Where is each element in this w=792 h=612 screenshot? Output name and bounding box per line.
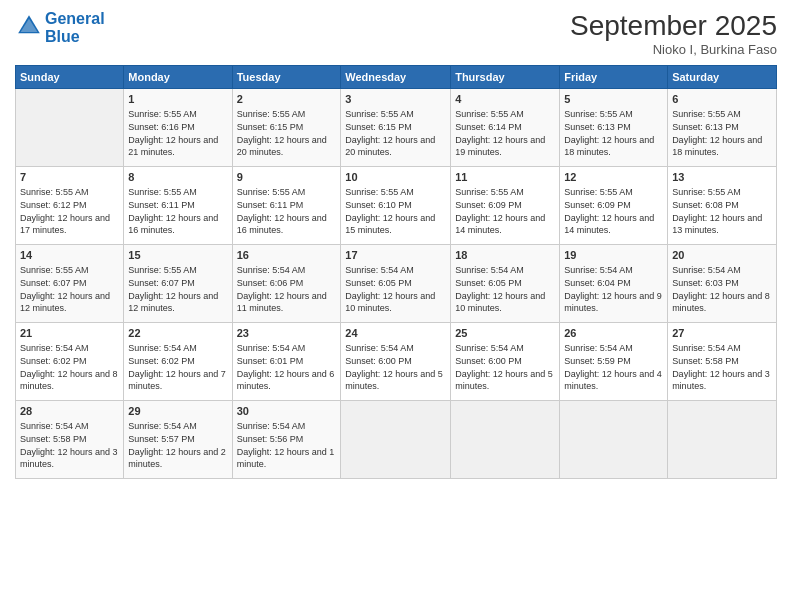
cell-3-5: 26Sunrise: 5:54 AMSunset: 5:59 PMDayligh… (560, 323, 668, 401)
sunset: Sunset: 6:05 PM (455, 278, 522, 288)
cell-4-4 (451, 401, 560, 479)
week-row-0: 1Sunrise: 5:55 AMSunset: 6:16 PMDaylight… (16, 89, 777, 167)
cell-0-1: 1Sunrise: 5:55 AMSunset: 6:16 PMDaylight… (124, 89, 232, 167)
sunset: Sunset: 6:10 PM (345, 200, 412, 210)
day-number: 17 (345, 248, 446, 263)
cell-3-6: 27Sunrise: 5:54 AMSunset: 5:58 PMDayligh… (668, 323, 777, 401)
logo: General Blue (15, 10, 105, 45)
daylight: Daylight: 12 hours and 7 minutes. (128, 369, 226, 392)
daylight: Daylight: 12 hours and 14 minutes. (455, 213, 545, 236)
daylight: Daylight: 12 hours and 9 minutes. (564, 291, 662, 314)
sunrise: Sunrise: 5:54 AM (237, 265, 306, 275)
cell-0-3: 3Sunrise: 5:55 AMSunset: 6:15 PMDaylight… (341, 89, 451, 167)
day-number: 14 (20, 248, 119, 263)
day-number: 8 (128, 170, 227, 185)
cell-3-3: 24Sunrise: 5:54 AMSunset: 6:00 PMDayligh… (341, 323, 451, 401)
cell-4-5 (560, 401, 668, 479)
daylight: Daylight: 12 hours and 20 minutes. (237, 135, 327, 158)
sunrise: Sunrise: 5:55 AM (128, 265, 197, 275)
day-number: 29 (128, 404, 227, 419)
sunrise: Sunrise: 5:55 AM (20, 265, 89, 275)
daylight: Daylight: 12 hours and 6 minutes. (237, 369, 335, 392)
daylight: Daylight: 12 hours and 3 minutes. (20, 447, 118, 470)
sunrise: Sunrise: 5:55 AM (564, 109, 633, 119)
sunset: Sunset: 6:09 PM (455, 200, 522, 210)
sunrise: Sunrise: 5:54 AM (128, 343, 197, 353)
daylight: Daylight: 12 hours and 21 minutes. (128, 135, 218, 158)
daylight: Daylight: 12 hours and 4 minutes. (564, 369, 662, 392)
daylight: Daylight: 12 hours and 12 minutes. (128, 291, 218, 314)
daylight: Daylight: 12 hours and 10 minutes. (345, 291, 435, 314)
day-number: 28 (20, 404, 119, 419)
cell-4-1: 29Sunrise: 5:54 AMSunset: 5:57 PMDayligh… (124, 401, 232, 479)
sunset: Sunset: 6:01 PM (237, 356, 304, 366)
sunrise: Sunrise: 5:55 AM (672, 109, 741, 119)
daylight: Daylight: 12 hours and 15 minutes. (345, 213, 435, 236)
cell-1-3: 10Sunrise: 5:55 AMSunset: 6:10 PMDayligh… (341, 167, 451, 245)
sunset: Sunset: 6:12 PM (20, 200, 87, 210)
cell-4-2: 30Sunrise: 5:54 AMSunset: 5:56 PMDayligh… (232, 401, 341, 479)
day-number: 24 (345, 326, 446, 341)
sunrise: Sunrise: 5:55 AM (672, 187, 741, 197)
sunset: Sunset: 6:07 PM (20, 278, 87, 288)
sunrise: Sunrise: 5:55 AM (455, 187, 524, 197)
sunrise: Sunrise: 5:54 AM (345, 265, 414, 275)
sunset: Sunset: 6:14 PM (455, 122, 522, 132)
sunrise: Sunrise: 5:55 AM (455, 109, 524, 119)
cell-2-5: 19Sunrise: 5:54 AMSunset: 6:04 PMDayligh… (560, 245, 668, 323)
sunset: Sunset: 6:11 PM (237, 200, 304, 210)
day-number: 30 (237, 404, 337, 419)
sunrise: Sunrise: 5:54 AM (128, 421, 197, 431)
sunset: Sunset: 6:00 PM (455, 356, 522, 366)
sunrise: Sunrise: 5:54 AM (564, 343, 633, 353)
sunset: Sunset: 5:57 PM (128, 434, 195, 444)
cell-0-6: 6Sunrise: 5:55 AMSunset: 6:13 PMDaylight… (668, 89, 777, 167)
daylight: Daylight: 12 hours and 3 minutes. (672, 369, 770, 392)
sunrise: Sunrise: 5:54 AM (20, 421, 89, 431)
cell-3-1: 22Sunrise: 5:54 AMSunset: 6:02 PMDayligh… (124, 323, 232, 401)
day-number: 12 (564, 170, 663, 185)
cell-4-0: 28Sunrise: 5:54 AMSunset: 5:58 PMDayligh… (16, 401, 124, 479)
cell-3-4: 25Sunrise: 5:54 AMSunset: 6:00 PMDayligh… (451, 323, 560, 401)
sunrise: Sunrise: 5:55 AM (345, 109, 414, 119)
sunset: Sunset: 6:06 PM (237, 278, 304, 288)
sunrise: Sunrise: 5:54 AM (672, 265, 741, 275)
day-number: 20 (672, 248, 772, 263)
header: General Blue September 2025 Nioko I, Bur… (15, 10, 777, 57)
daylight: Daylight: 12 hours and 20 minutes. (345, 135, 435, 158)
sunset: Sunset: 6:02 PM (20, 356, 87, 366)
day-number: 1 (128, 92, 227, 107)
week-row-3: 21Sunrise: 5:54 AMSunset: 6:02 PMDayligh… (16, 323, 777, 401)
day-number: 25 (455, 326, 555, 341)
cell-0-5: 5Sunrise: 5:55 AMSunset: 6:13 PMDaylight… (560, 89, 668, 167)
header-saturday: Saturday (668, 66, 777, 89)
sunrise: Sunrise: 5:54 AM (237, 421, 306, 431)
day-number: 21 (20, 326, 119, 341)
sunset: Sunset: 6:00 PM (345, 356, 412, 366)
sunrise: Sunrise: 5:55 AM (128, 109, 197, 119)
daylight: Daylight: 12 hours and 17 minutes. (20, 213, 110, 236)
cell-4-3 (341, 401, 451, 479)
cell-2-3: 17Sunrise: 5:54 AMSunset: 6:05 PMDayligh… (341, 245, 451, 323)
sunrise: Sunrise: 5:54 AM (455, 265, 524, 275)
title-block: September 2025 Nioko I, Burkina Faso (570, 10, 777, 57)
week-row-4: 28Sunrise: 5:54 AMSunset: 5:58 PMDayligh… (16, 401, 777, 479)
day-number: 9 (237, 170, 337, 185)
daylight: Daylight: 12 hours and 16 minutes. (237, 213, 327, 236)
sunrise: Sunrise: 5:54 AM (345, 343, 414, 353)
day-number: 7 (20, 170, 119, 185)
sunset: Sunset: 5:56 PM (237, 434, 304, 444)
sunset: Sunset: 6:04 PM (564, 278, 631, 288)
day-number: 5 (564, 92, 663, 107)
daylight: Daylight: 12 hours and 19 minutes. (455, 135, 545, 158)
daylight: Daylight: 12 hours and 16 minutes. (128, 213, 218, 236)
cell-3-0: 21Sunrise: 5:54 AMSunset: 6:02 PMDayligh… (16, 323, 124, 401)
sunset: Sunset: 6:11 PM (128, 200, 195, 210)
sunset: Sunset: 6:13 PM (672, 122, 739, 132)
day-number: 23 (237, 326, 337, 341)
day-number: 2 (237, 92, 337, 107)
header-tuesday: Tuesday (232, 66, 341, 89)
sunset: Sunset: 5:58 PM (672, 356, 739, 366)
sunset: Sunset: 6:15 PM (237, 122, 304, 132)
header-row: Sunday Monday Tuesday Wednesday Thursday… (16, 66, 777, 89)
